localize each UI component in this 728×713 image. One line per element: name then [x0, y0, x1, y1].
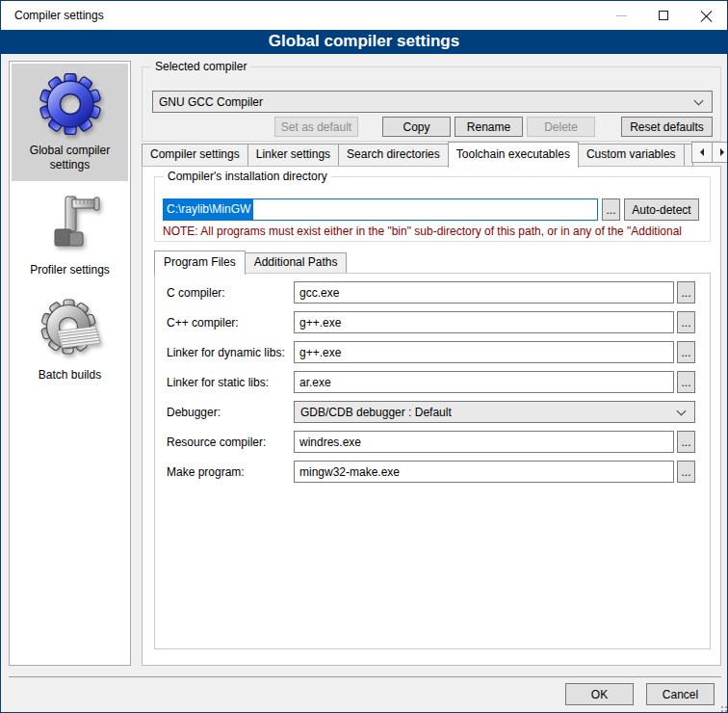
settings-category-list: Global compiler settings [9, 61, 131, 666]
linker-dynamic-input[interactable] [294, 341, 674, 363]
field-label: Make program: [167, 465, 294, 479]
field-label: C compiler: [167, 286, 294, 300]
debugger-select-value: GDB/CDB debugger : Default [295, 406, 678, 419]
auto-detect-button[interactable]: Auto-detect [624, 198, 699, 221]
tab-toolchain-executables[interactable]: Toolchain executables [448, 142, 579, 168]
field-label: Resource compiler: [167, 436, 294, 449]
program-files-tabbar: Program Files Additional Paths [154, 249, 346, 274]
compiler-select[interactable]: GNU GCC Compiler [152, 91, 713, 113]
triangle-right-icon [720, 148, 728, 156]
make-program-input[interactable] [294, 461, 674, 483]
settings-tabbar: Compiler settings Linker settings Search… [142, 141, 721, 167]
blue-gear-icon [39, 73, 101, 135]
tab-custom-variables[interactable]: Custom variables [578, 144, 685, 166]
window-title: Compiler settings [14, 1, 104, 30]
field-row-linker-dynamic: Linker for dynamic libs: ... [167, 341, 695, 363]
window-controls [600, 1, 727, 30]
c-compiler-input[interactable] [294, 281, 674, 304]
field-row-debugger: Debugger: GDB/CDB debugger : Default [167, 401, 695, 423]
chevron-down-icon [694, 95, 704, 105]
tab-linker-settings[interactable]: Linker settings [247, 144, 339, 166]
installation-directory-input[interactable]: C:\raylib\MinGW [163, 198, 598, 221]
delete-button: Delete [527, 117, 595, 137]
resize-grip[interactable] [721, 706, 723, 708]
browse-directory-button[interactable]: ... [602, 198, 620, 221]
minimize-icon [616, 15, 627, 16]
reset-defaults-button[interactable]: Reset defaults [621, 117, 713, 137]
make-program-browse-button[interactable]: ... [677, 461, 695, 483]
chevron-down-icon [677, 406, 687, 415]
maximize-button[interactable] [642, 1, 685, 30]
field-row-c-compiler: C compiler: ... [167, 281, 695, 304]
copy-button[interactable]: Copy [382, 117, 451, 137]
tab-additional-paths[interactable]: Additional Paths [245, 252, 348, 273]
tab-scroll-left-button[interactable] [691, 142, 713, 163]
field-row-make-program: Make program: ... [167, 461, 695, 483]
cancel-button[interactable]: Cancel [646, 683, 715, 705]
sidebar-item-label: Batch builds [39, 368, 101, 383]
tab-search-directories[interactable]: Search directories [338, 144, 449, 166]
cpp-compiler-input[interactable] [294, 311, 674, 333]
field-row-linker-static: Linker for static libs: ... [167, 371, 695, 393]
triangle-left-icon [696, 148, 704, 156]
compiler-settings-window: Compiler settings Global compiler settin… [0, 0, 728, 713]
field-label: Linker for dynamic libs: [167, 346, 294, 359]
resource-compiler-browse-button[interactable]: ... [677, 431, 695, 453]
compiler-group-buttons: Set as default Copy Rename Delete Reset … [143, 117, 713, 137]
close-icon [700, 10, 713, 22]
page-title: Global compiler settings [1, 30, 727, 54]
set-as-default-button: Set as default [274, 117, 358, 137]
field-row-cpp-compiler: C++ compiler: ... [167, 311, 695, 333]
field-label: Debugger: [167, 406, 294, 419]
installation-directory-group: Compiler's installation directory C:\ray… [154, 176, 711, 242]
program-files-panel: C compiler: ... C++ compiler: ... Linker… [154, 273, 711, 649]
footer-divider [9, 676, 721, 677]
field-row-resource-compiler: Resource compiler: ... [167, 431, 695, 453]
cpp-compiler-browse-button[interactable]: ... [677, 311, 695, 333]
ok-button[interactable]: OK [565, 683, 634, 705]
debugger-select[interactable]: GDB/CDB debugger : Default [294, 401, 695, 423]
caliper-icon [39, 193, 101, 254]
linker-static-browse-button[interactable]: ... [677, 371, 695, 393]
toolchain-executables-panel: Compiler's installation directory C:\ray… [142, 166, 721, 666]
titlebar: Compiler settings [1, 1, 727, 30]
field-label: C++ compiler: [167, 316, 294, 330]
bin-subdirectory-note: NOTE: All programs must exist either in … [163, 224, 702, 238]
selected-compiler-group: Selected compiler GNU GCC Compiler Set a… [142, 66, 721, 142]
c-compiler-browse-button[interactable]: ... [677, 281, 695, 304]
sidebar-item-label: Profiler settings [30, 263, 110, 277]
installation-directory-group-label: Compiler's installation directory [164, 170, 331, 184]
gray-gear-papers-icon [39, 298, 101, 359]
selected-compiler-group-label: Selected compiler [151, 60, 250, 74]
tab-compiler-settings[interactable]: Compiler settings [142, 144, 248, 166]
sidebar-item-profiler-settings[interactable]: Profiler settings [12, 183, 128, 286]
minimize-button[interactable] [600, 1, 642, 30]
close-button[interactable] [685, 1, 727, 30]
rename-button[interactable]: Rename [455, 117, 523, 137]
tab-scroll-buttons [692, 142, 728, 163]
linker-static-input[interactable] [294, 371, 674, 393]
compiler-select-value: GNU GCC Compiler [153, 95, 695, 109]
tab-program-files[interactable]: Program Files [154, 251, 246, 275]
sidebar-item-global-compiler-settings[interactable]: Global compiler settings [12, 64, 128, 181]
sidebar-item-label: Global compiler settings [13, 144, 126, 172]
linker-dynamic-browse-button[interactable]: ... [677, 341, 695, 363]
resource-compiler-input[interactable] [294, 431, 674, 453]
installation-directory-selected-text: C:\raylib\MinGW [164, 199, 253, 220]
maximize-icon [659, 11, 668, 20]
sidebar-item-batch-builds[interactable]: Batch builds [12, 288, 128, 391]
tab-scroll-right-button[interactable] [712, 142, 728, 163]
field-label: Linker for static libs: [167, 376, 294, 389]
